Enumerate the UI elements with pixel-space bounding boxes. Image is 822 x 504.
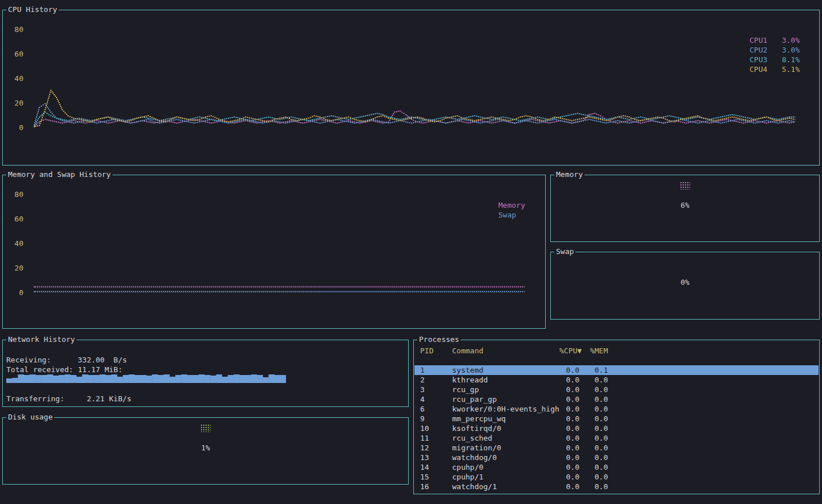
process-cpu: 0.0 xyxy=(559,404,579,414)
process-row[interactable]: 15cpuhp/10.00.0 xyxy=(414,472,819,482)
process-command: kthreadd xyxy=(452,375,559,385)
process-table-header: PIDCommand%CPU▼%MEM xyxy=(414,346,819,356)
memory-swap-history-chart xyxy=(34,192,525,294)
receiving-rate: Receiving: 332.00 B/s xyxy=(6,356,127,364)
process-pid: 4 xyxy=(420,394,452,404)
process-row[interactable]: 12migration/00.00.0 xyxy=(414,443,819,453)
y-axis-label: 40 xyxy=(14,239,23,248)
process-mem: 0.0 xyxy=(579,443,608,453)
process-row[interactable]: 16watchdog/10.00.0 xyxy=(414,482,819,491)
total-received: Total received: 11.17 MiB: xyxy=(6,365,123,374)
process-row[interactable]: 2kthreadd0.00.0 xyxy=(414,375,819,385)
memory-y-axis: 806040200 xyxy=(7,190,23,297)
processes-title: Processes xyxy=(417,335,461,344)
process-row[interactable]: 4rcu_par_gp0.00.0 xyxy=(414,394,819,404)
process-mem: 0.0 xyxy=(579,462,608,472)
transferring-rate: Transferring: 2.21 KiB/s xyxy=(6,394,131,404)
process-cpu: 0.0 xyxy=(559,365,579,375)
process-pid: 10 xyxy=(420,424,452,433)
process-command: cpuhp/1 xyxy=(452,472,559,482)
cpu-history-panel: CPU History 806040200 CPU13.0%CPU23.0%CP… xyxy=(2,10,820,166)
process-pid: 15 xyxy=(420,472,452,482)
process-command: kworker/0:0H-events_high xyxy=(452,404,559,414)
process-cpu: 0.0 xyxy=(559,482,579,491)
process-command: systemd xyxy=(452,365,559,375)
swap-gauge-value: 0% xyxy=(551,277,819,287)
column-header-pid[interactable]: PID xyxy=(420,346,452,356)
process-command: rcu_sched xyxy=(452,433,559,443)
process-mem: 0.0 xyxy=(579,433,608,443)
process-command: cpuhp/0 xyxy=(452,462,559,472)
memory-gauge-title: Memory xyxy=(554,170,585,179)
legend-value: 8.1% xyxy=(782,55,800,64)
process-row[interactable]: 14cpuhp/00.00.0 xyxy=(414,462,819,472)
y-axis-label: 0 xyxy=(19,123,23,132)
y-axis-label: 60 xyxy=(14,50,23,58)
process-row[interactable]: 13watchdog/00.00.0 xyxy=(414,453,819,462)
process-row[interactable]: 9mm_percpu_wq0.00.0 xyxy=(414,414,819,424)
process-cpu: 0.0 xyxy=(559,443,579,453)
process-mem: 0.0 xyxy=(579,394,608,404)
process-mem: 0.0 xyxy=(579,385,608,394)
process-command: rcu_gp xyxy=(452,385,559,394)
y-axis-label: 0 xyxy=(19,288,23,297)
column-header-mem[interactable]: %MEM xyxy=(579,346,608,356)
process-pid: 1 xyxy=(420,365,452,375)
legend-item: Memory xyxy=(498,200,533,210)
process-mem: 0.0 xyxy=(579,424,608,433)
legend-label: CPU1 xyxy=(750,35,767,45)
cpu-legend: CPU13.0%CPU23.0%CPU38.1%CPU45.1% xyxy=(750,35,800,74)
process-command: mm_percpu_wq xyxy=(452,414,559,424)
process-command: watchdog/1 xyxy=(452,482,559,491)
process-row[interactable]: 11rcu_sched0.00.0 xyxy=(414,433,819,443)
process-pid: 2 xyxy=(420,375,452,385)
column-header-cpu[interactable]: %CPU▼ xyxy=(559,346,579,356)
process-row[interactable]: 1systemd0.00.1 xyxy=(414,365,819,375)
disk-usage-panel: Disk usage 1% xyxy=(2,417,409,485)
process-row[interactable]: 6kworker/0:0H-events_high0.00.0 xyxy=(414,404,819,414)
process-cpu: 0.0 xyxy=(559,453,579,462)
process-mem: 0.0 xyxy=(579,482,608,491)
process-pid: 3 xyxy=(420,385,452,394)
process-command: rcu_par_gp xyxy=(452,394,559,404)
process-cpu: 0.0 xyxy=(559,394,579,404)
y-axis-label: 80 xyxy=(14,25,23,34)
y-axis-label: 20 xyxy=(14,264,23,272)
legend-item: Swap xyxy=(498,210,533,220)
cpu-history-chart xyxy=(34,27,795,129)
network-history-panel: Network History Receiving: 332.00 B/s To… xyxy=(2,340,409,407)
legend-value: 3.0% xyxy=(782,45,800,55)
memory-swap-history-panel: Memory and Swap History 806040200 Memory… xyxy=(2,175,546,329)
disk-usage-value: 1% xyxy=(3,443,408,453)
process-cpu: 0.0 xyxy=(559,424,579,433)
memory-gauge-panel: Memory 6% xyxy=(550,175,820,242)
legend-label: CPU3 xyxy=(750,55,767,64)
process-cpu: 0.0 xyxy=(559,462,579,472)
process-pid: 12 xyxy=(420,443,452,453)
process-cpu: 0.0 xyxy=(559,414,579,424)
process-pid: 9 xyxy=(420,414,452,424)
process-mem: 0.0 xyxy=(579,404,608,414)
processes-panel: Processes PIDCommand%CPU▼%MEM 1systemd0.… xyxy=(413,340,820,494)
process-mem: 0.0 xyxy=(579,472,608,482)
process-mem: 0.0 xyxy=(579,375,608,385)
y-axis-label: 20 xyxy=(14,99,23,107)
process-pid: 16 xyxy=(420,482,452,491)
y-axis-label: 80 xyxy=(14,190,23,199)
column-header-command[interactable]: Command xyxy=(452,346,559,356)
cpu-history-title: CPU History xyxy=(6,5,59,14)
process-command: ksoftirqd/0 xyxy=(452,424,559,433)
process-cpu: 0.0 xyxy=(559,375,579,385)
process-row[interactable]: 10ksoftirqd/00.00.0 xyxy=(414,424,819,433)
y-axis-label: 60 xyxy=(14,215,23,223)
legend-value: 3.0% xyxy=(782,35,800,45)
process-command: migration/0 xyxy=(452,443,559,453)
process-mem: 0.0 xyxy=(579,453,608,462)
memory-gauge-value: 6% xyxy=(551,200,819,210)
memory-swap-legend: MemorySwap xyxy=(498,200,533,220)
memory-gauge-icon xyxy=(680,182,690,189)
network-receive-stats: Receiving: 332.00 B/s Total received: 11… xyxy=(6,355,127,374)
legend-label: CPU4 xyxy=(750,64,767,74)
process-row[interactable]: 3rcu_gp0.00.0 xyxy=(414,385,819,394)
process-pid: 13 xyxy=(420,453,452,462)
